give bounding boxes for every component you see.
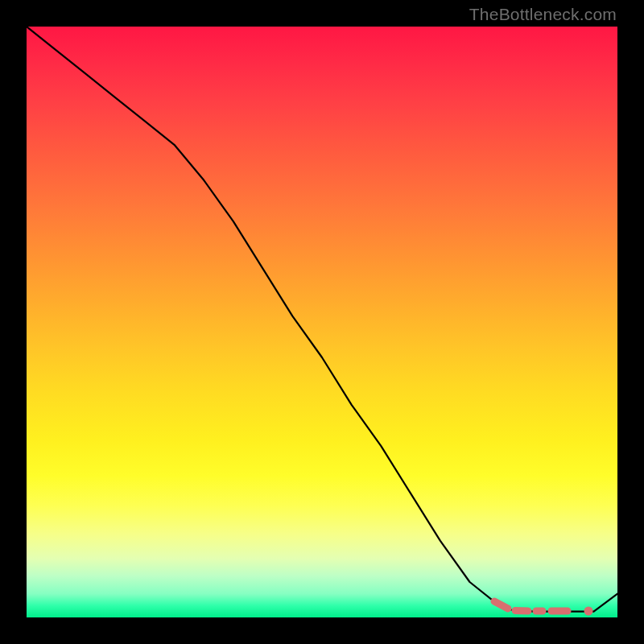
dash-segment — [494, 601, 508, 609]
bottleneck-curve — [27, 27, 617, 612]
dash-segment — [515, 611, 528, 612]
chart-frame: TheBottleneck.com — [0, 0, 644, 644]
watermark-text: TheBottleneck.com — [469, 5, 617, 24]
min-region-marker — [494, 601, 593, 616]
chart-svg — [27, 27, 617, 617]
plot-area — [27, 27, 617, 617]
end-dot-icon — [584, 607, 593, 616]
